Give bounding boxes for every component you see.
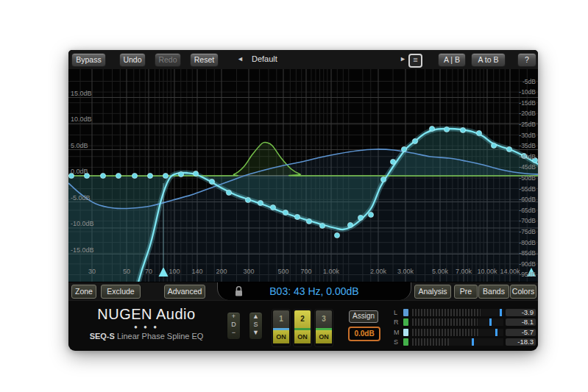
tab-bar: Zone Exclude Advanced B03: 43 Hz, 0.00dB… [68,282,538,301]
brand-dots-icon: ● ● ● [76,324,217,330]
preset-next-icon[interactable]: ► [400,55,406,63]
spline-dot[interactable] [270,204,275,210]
db-right-label: -85dB [519,249,536,257]
spline-dot[interactable] [444,126,449,132]
meter-level [412,309,481,316]
spline-dot[interactable] [258,200,263,205]
meter-peak-marker [500,309,502,316]
db-left-label: 0.0dB [71,168,88,175]
spline-dot[interactable] [245,197,250,202]
toolbar: Bypass Undo Redo Reset ◄ Default ► ≡ A |… [68,50,538,70]
meter-value: -18.3 [506,338,536,346]
ab-compare-button[interactable]: A | B [438,53,466,67]
spline-dot[interactable] [368,212,373,217]
meter-row-L: L-3.9 [394,309,534,316]
band-button-3[interactable]: 3ON [315,310,333,346]
reset-button[interactable]: Reset [190,53,219,67]
spline-dot[interactable] [460,127,465,132]
zone-button[interactable]: Zone [71,285,96,299]
help-button[interactable]: ? [517,53,536,67]
freq-tick-label: 140 [191,268,202,275]
freq-tick-label: 300 [243,268,254,275]
meter-level [412,329,479,336]
spline-dot[interactable] [283,210,288,215]
spline-dot[interactable] [380,177,386,182]
db-right-label: -5dB [523,78,536,85]
db-right-label: -70dB [519,217,536,224]
spline-dot[interactable] [491,143,496,148]
brand-name: NUGEN Audio [76,306,217,323]
preset-prev-icon[interactable]: ◄ [237,55,244,63]
band-button-2[interactable]: 2ON [294,310,311,346]
exclude-button[interactable]: Exclude [101,285,141,299]
bands-button[interactable]: Bands [478,285,509,299]
eq-graph[interactable]: 3050701001402003005007001.00k2.00k3.00k5… [68,69,538,282]
bypass-button[interactable]: Bypass [71,53,106,67]
spline-dot[interactable] [226,190,231,195]
meter-label: M [394,329,401,336]
spline-dot[interactable] [132,173,137,178]
meter-value: -5.7 [506,329,536,336]
spline-dot[interactable] [319,223,325,228]
spline-dot[interactable] [412,138,417,143]
meter-track [412,318,503,326]
freq-tick-label: 50 [123,268,130,275]
colors-button[interactable]: Colors [510,285,536,299]
db-right-label: -10dB [519,88,536,96]
undo-button[interactable]: Undo [119,53,146,67]
preset-list-icon[interactable]: ≡ [408,54,422,68]
spline-dot[interactable] [163,173,168,178]
spline-dot[interactable] [401,146,406,152]
spline-dot[interactable] [358,215,363,220]
band-on-button[interactable]: ON [273,330,289,343]
preset-name[interactable]: Default [252,54,277,63]
output-meters: L-3.9R-8.1M-5.7S-18.3 [394,301,534,351]
bottom-panel: NUGEN Audio ● ● ● SEQ-S Linear Phase Spl… [68,300,538,351]
spline-dot[interactable] [306,218,311,224]
db-right-label: -25dB [519,121,536,128]
db-right-label: -80dB [519,239,536,246]
plus-icon[interactable]: + [227,313,240,321]
minus-icon[interactable]: − [227,329,240,337]
up-arrow-icon[interactable]: ▲ [249,313,262,321]
assign-button[interactable]: Assign [349,310,378,323]
band-readout: B03: 43 Hz, 0.00dB [218,285,411,297]
trim-value[interactable]: 0.0dB [348,327,380,341]
spline-dot[interactable] [193,171,198,176]
band-number[interactable]: 3 [316,310,332,328]
spline-dot[interactable] [294,214,300,219]
band-on-button[interactable]: ON [316,330,332,343]
band-on-button[interactable]: ON [294,330,311,343]
advanced-button[interactable]: Advanced [164,285,205,299]
spline-dot[interactable] [347,222,353,227]
band-number[interactable]: 2 [294,310,311,328]
band-button-1[interactable]: 1ON [272,310,290,346]
freq-tick-label: 14.00k [500,268,520,275]
spline-dot[interactable] [100,173,105,178]
band-number[interactable]: 1 [273,310,289,328]
plugin-window: Bypass Undo Redo Reset ◄ Default ► ≡ A |… [68,50,538,350]
spline-dot[interactable] [116,173,121,178]
dither-button[interactable]: + D − [227,312,241,340]
scale-button[interactable]: ▲ S ▼ [249,312,263,340]
spline-dot[interactable] [429,126,434,131]
spline-dot[interactable] [506,146,511,152]
freq-tick-label: 500 [277,268,288,275]
freq-tick-label: 3.00k [397,268,414,275]
a-to-b-button[interactable]: A to B [471,53,506,67]
meter-row-R: R-8.1 [394,318,534,326]
freq-tick-label: 1.00k [323,268,340,275]
spline-dot[interactable] [209,179,214,184]
redo-button[interactable]: Redo [155,53,181,67]
down-arrow-icon[interactable]: ▼ [249,329,262,337]
spline-dot[interactable] [178,171,183,177]
page-background: Bypass Undo Redo Reset ◄ Default ► ≡ A |… [0,0,588,392]
meter-label: L [394,309,401,316]
spline-dot[interactable] [334,232,339,238]
spline-dot[interactable] [147,173,152,178]
db-right-label: -90dB [519,260,536,268]
spline-dot[interactable] [390,159,395,164]
analysis-button[interactable]: Analysis [414,285,451,299]
pre-button[interactable]: Pre [454,285,478,299]
spline-dot[interactable] [476,130,481,135]
